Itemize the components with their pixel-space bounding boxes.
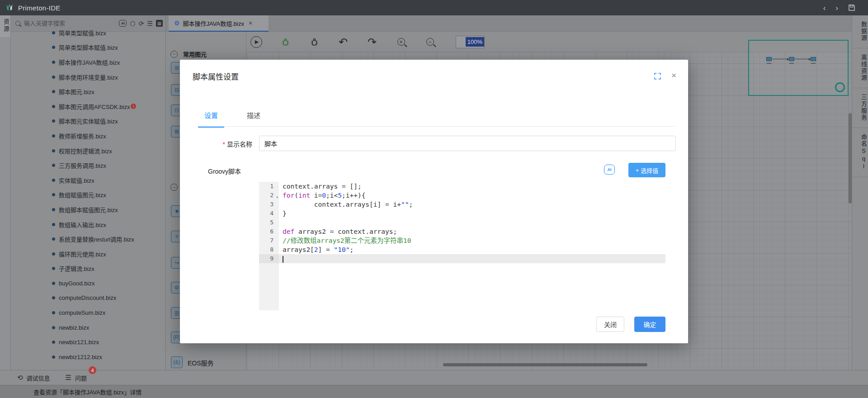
problems-button[interactable]: ☰ 问题 (66, 374, 87, 382)
list-item[interactable]: computeSum.bizx (11, 305, 165, 320)
list-item[interactable]: 简单类型脚本赋值.bizx (11, 40, 165, 55)
zoom-in-icon[interactable]: + (395, 36, 407, 48)
vertical-scrollbar[interactable] (849, 113, 852, 204)
tab-script-java-array[interactable]: ⚙ 脚本操作JAVA数组.bizx × (169, 15, 269, 32)
code-line-6[interactable]: 6def arrays2 = context.arrays; (259, 227, 665, 236)
right-rail-item-4[interactable]: 命名Sql (852, 128, 868, 177)
list-item[interactable]: 脚本图元实体赋值.bizx (11, 114, 165, 129)
rail-tab-resources-label: 资源 (0, 19, 10, 33)
zoom-out-icon[interactable]: − (424, 36, 436, 48)
title-bar: Primeton-IDE ‹ › (0, 0, 868, 15)
palette-section-common[interactable]: − 常用图元 (170, 50, 207, 58)
list-item-label: 脚本图元调用AFCSDK.bizx (59, 102, 130, 111)
list-item[interactable]: 子逻辑流.bizx (11, 261, 165, 276)
list-item[interactable]: 简单类型赋值.bizx (11, 25, 165, 40)
list-item[interactable]: newbiz1212.bizx (11, 350, 165, 364)
collapse-icon[interactable]: − (170, 51, 178, 58)
rail-tab-resources[interactable]: 资源 (0, 15, 10, 37)
code-line-4[interactable]: 4} (259, 209, 665, 218)
text-cursor (283, 256, 283, 263)
list-item[interactable]: buyGood.bizx (11, 276, 165, 291)
code-text: context.arrays[i] = i+""; (279, 200, 665, 209)
list-item-label: 系统变量替换resturl调用.bizx (59, 235, 134, 243)
nav-back-icon[interactable]: ‹ (823, 4, 826, 12)
bullet-icon (52, 237, 55, 241)
bullet-icon (52, 223, 55, 226)
tab-description[interactable]: 描述 (241, 110, 267, 128)
bullet-icon (52, 252, 55, 256)
select-value-button[interactable]: + 选择值 (628, 163, 665, 177)
ai-generate-icon[interactable]: AI (604, 165, 615, 175)
list-item-label: 教师新增服务.bizx (59, 132, 106, 140)
right-rail-item-2[interactable]: 离线资源 (852, 48, 868, 88)
script-properties-dialog: 脚本属性设置 × 设置 描述 *显示名称 Groovy脚本 AI + 选择值 1… (180, 60, 688, 343)
code-line-8[interactable]: 8arrays2[2] = "10"; (259, 245, 665, 254)
list-item[interactable]: newbiz.bizx (11, 320, 165, 335)
collapse-icon[interactable]: − (170, 184, 178, 191)
list-item[interactable]: 循环图元使用.bizx (11, 246, 165, 261)
list-item[interactable]: newbiz121.bizx (11, 335, 165, 350)
bullet-icon (52, 282, 55, 285)
list-item[interactable]: 实体赋值.bizx (11, 173, 165, 188)
bullet-icon (52, 326, 55, 329)
save-icon[interactable] (848, 4, 855, 11)
horizontal-scrollbar[interactable] (443, 363, 647, 366)
expand-icon[interactable] (654, 73, 661, 81)
code-line-9[interactable]: 9 (259, 254, 665, 263)
list-item[interactable]: 三方服务调用.bizx (11, 158, 165, 173)
palette-section-2[interactable]: − (170, 184, 178, 191)
list-item[interactable]: 数组输入输出.bizx (11, 217, 165, 232)
groovy-code-editor[interactable]: 1context.arrays = [];2▾for(int i=0;i<5;i… (259, 182, 665, 310)
code-line-5[interactable]: 5 (259, 218, 665, 227)
bullet-icon (52, 134, 55, 137)
list-item-label: 脚本操作JAVA数组.bizx (59, 58, 120, 66)
list-item[interactable]: 脚本图元调用AFCSDK.bizx! (11, 99, 165, 114)
right-rail-item-1[interactable]: 数据源 (852, 15, 868, 48)
close-button[interactable]: 关闭 (596, 317, 624, 332)
minimap-zoom-handle[interactable] (835, 82, 845, 92)
palette-eos-label: EOS服务 (188, 358, 214, 367)
debug-icon[interactable] (308, 36, 320, 48)
list-item[interactable]: 脚本操作JAVA数组.bizx (11, 55, 165, 70)
code-line-7[interactable]: 7//修改数组arrays2第二个元素为字符串10 (259, 236, 665, 245)
close-icon[interactable]: × (671, 71, 676, 81)
right-rail: 数据源离线资源三方服务命名Sql (852, 15, 868, 370)
code-line-1[interactable]: 1context.arrays = []; (259, 182, 665, 191)
list-item[interactable]: 脚本图元.bizx (11, 84, 165, 99)
list-item[interactable]: 教师新增服务.bizx (11, 128, 165, 143)
list-item[interactable]: computeDiscount.bizx (11, 291, 165, 306)
nav-forward-icon[interactable]: › (835, 4, 838, 12)
redo-icon[interactable]: ↷ (366, 36, 378, 48)
editor-tab-bar: ⚙ 脚本操作JAVA数组.bizx × (166, 15, 852, 32)
debug-run-icon[interactable] (279, 36, 291, 48)
right-rail-item-label: 三方服务 (852, 94, 868, 121)
ok-button[interactable]: 确定 (634, 317, 665, 332)
undo-icon[interactable]: ↶ (337, 36, 349, 48)
list-item[interactable]: 权限控制逻辑流.bizx (11, 143, 165, 158)
line-number: 9 (259, 254, 279, 263)
list-item[interactable]: 数组脚本赋值图元.bizx (11, 202, 165, 217)
code-text: //修改数组arrays2第二个元素为字符串10 (279, 236, 665, 245)
list-item[interactable]: 系统变量替换resturl调用.bizx (11, 232, 165, 246)
tab-close-icon[interactable]: × (249, 19, 252, 27)
run-icon[interactable]: ▶ (250, 36, 262, 48)
debug-info-button[interactable]: ⟲ 调试信息 (17, 374, 50, 382)
list-item-label: 数组脚本赋值图元.bizx (59, 205, 118, 214)
status-text: 查看资源「脚本操作JAVA数组.bizx」详情 (33, 388, 142, 396)
list-item[interactable]: 数组赋值图元.bizx (11, 188, 165, 203)
bullet-icon (52, 267, 55, 270)
right-rail-item-label: 数据源 (852, 21, 868, 42)
code-text: for(int i=0;i<5;i++){ (279, 191, 665, 200)
code-line-3[interactable]: 3 context.arrays[i] = i+""; (259, 200, 665, 209)
canvas-minimap[interactable] (748, 40, 849, 96)
display-name-input[interactable] (259, 136, 676, 151)
code-line-2[interactable]: 2▾for(int i=0;i<5;i++){ (259, 191, 665, 200)
palette-tile-eos[interactable]: {&} (171, 356, 183, 368)
list-item[interactable]: 脚本使用环境变量.bizx (11, 70, 165, 85)
bullet-icon (52, 90, 55, 93)
dialog-tabs: 设置 描述 (198, 110, 267, 128)
tab-settings[interactable]: 设置 (198, 110, 224, 128)
error-badge: ! (131, 104, 136, 109)
zoom-level-input[interactable]: 100% (456, 36, 485, 48)
right-rail-item-3[interactable]: 三方服务 (852, 88, 868, 128)
